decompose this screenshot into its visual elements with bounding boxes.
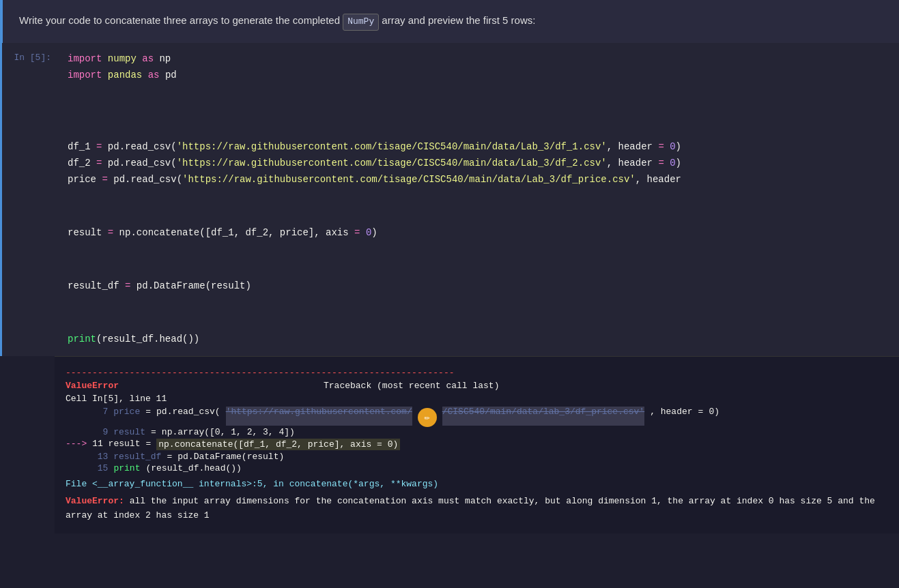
- code-line-1: import numpy as np: [68, 51, 888, 68]
- empty-line-2: [68, 102, 888, 121]
- code-line-5: price = pd.read_csv('https://raw.githubu…: [68, 172, 888, 188]
- instruction-before: Write your code to concatenate three arr…: [19, 14, 343, 26]
- empty-line-7: [68, 260, 888, 278]
- highlighted-code-11: np.concatenate([df_1, df_2, price], axis…: [156, 439, 400, 450]
- output-area: ----------------------------------------…: [55, 356, 899, 534]
- traceback-loc-9: 9 result: [66, 427, 145, 437]
- code-line-2: import pandas as pd: [68, 68, 888, 84]
- code-line-3: df_1 = pd.read_csv('https://raw.githubus…: [68, 139, 888, 156]
- traceback-line-11: ---> 11 result = np.concatenate([df_1, d…: [66, 439, 888, 450]
- empty-line-8: [68, 295, 888, 313]
- error-separator: ----------------------------------------…: [66, 368, 888, 378]
- traceback-loc-7: 7 price: [66, 407, 140, 426]
- error-msg-text: all the input array dimensions for the c…: [66, 496, 875, 520]
- traceback-line-13: 13 result_df = pd.DataFrame(result): [66, 452, 888, 462]
- empty-line-6: [68, 241, 888, 260]
- instruction-text: Write your code to concatenate three arr…: [19, 12, 883, 31]
- numpy-badge: NumPy: [343, 14, 379, 31]
- code-line-8: print(result_df.head()): [68, 332, 888, 348]
- file-line: File <__array_function__ internals>:5, i…: [66, 479, 888, 489]
- notebook-container: Write your code to concatenate three arr…: [0, 0, 899, 533]
- instruction-after: array and preview the first 5 rows:: [379, 14, 535, 26]
- code-line-4: df_2 = pd.read_csv('https://raw.githubus…: [68, 156, 888, 172]
- empty-line-3: [68, 121, 888, 139]
- code-line-7: result_df = pd.DataFrame(result): [68, 278, 888, 295]
- traceback-url-7: 'https://raw.githubusercontent.com/: [226, 407, 412, 426]
- cell-info: Cell In[5], line 11: [66, 394, 888, 404]
- traceback-arrow: --->: [66, 439, 87, 450]
- traceback-print: print: [113, 463, 140, 473]
- empty-line-1: [68, 83, 888, 102]
- traceback-line-7: 7 price = pd.read_csv( 'https://raw.gith…: [66, 407, 888, 426]
- error-type-label: ValueError: [66, 381, 119, 391]
- code-line-6: result = np.concatenate([df_1, df_2, pri…: [68, 225, 888, 241]
- error-msg-type: ValueError:: [66, 496, 124, 506]
- error-header-row: ValueError Traceback (most recent call l…: [66, 381, 888, 391]
- empty-line-4: [68, 188, 888, 206]
- traceback-line-9: 9 result = np.array([0, 1, 2, 3, 4]): [66, 427, 888, 437]
- cell-label: In [5]:: [2, 43, 57, 356]
- traceback-loc-15: 15: [66, 463, 108, 473]
- instruction-cell: Write your code to concatenate three arr…: [0, 0, 899, 43]
- traceback-line-15: 15 print (result_df.head()): [66, 463, 888, 473]
- pen-cursor-icon: ✏: [418, 408, 437, 427]
- error-message: ValueError: all the input array dimensio…: [66, 495, 888, 523]
- empty-line-9: [68, 313, 888, 332]
- traceback-loc-13: 13 result_df: [66, 452, 161, 462]
- cell-code[interactable]: import numpy as np import pandas as pd d…: [57, 43, 899, 356]
- code-cell[interactable]: In [5]: import numpy as np import pandas…: [0, 43, 899, 356]
- empty-line-5: [68, 207, 888, 225]
- traceback-header: Traceback (most recent call last): [324, 381, 499, 391]
